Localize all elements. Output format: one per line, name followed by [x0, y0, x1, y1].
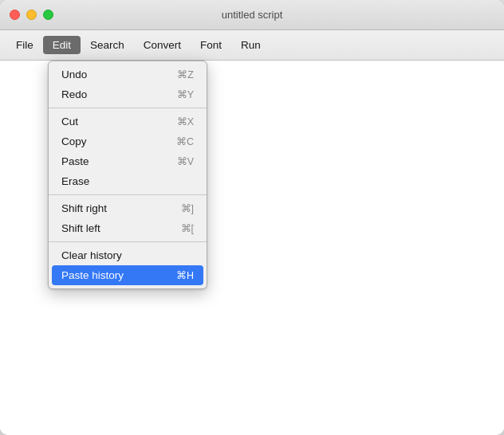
paste-shortcut: ⌘V — [177, 155, 194, 167]
copy-label: Copy — [61, 135, 87, 147]
redo-shortcut: ⌘Y — [177, 88, 194, 100]
close-button[interactable] — [10, 10, 20, 20]
menu-item-undo[interactable]: Undo ⌘Z — [49, 65, 207, 84]
menu-search[interactable]: Search — [81, 36, 134, 54]
titlebar: untitled script — [0, 0, 504, 30]
separator-2 — [49, 194, 207, 195]
cut-shortcut: ⌘X — [177, 116, 194, 127]
dropdown-menu: Undo ⌘Z Redo ⌘Y Cut ⌘X Copy ⌘C Paste — [48, 61, 207, 289]
app-window: untitled script File Edit Search Convert… — [0, 0, 504, 435]
menu-item-shift-right[interactable]: Shift right ⌘] — [49, 198, 207, 218]
menu-edit[interactable]: Edit — [43, 36, 81, 54]
minimize-button[interactable] — [26, 10, 37, 20]
menu-run[interactable]: Run — [231, 36, 270, 54]
redo-label: Redo — [61, 88, 87, 100]
undo-shortcut: ⌘Z — [177, 69, 194, 80]
shift-right-label: Shift right — [61, 202, 107, 214]
traffic-lights — [10, 10, 53, 20]
maximize-button[interactable] — [43, 10, 53, 20]
menu-item-redo[interactable]: Redo ⌘Y — [49, 84, 207, 104]
shift-left-shortcut: ⌘[ — [181, 222, 194, 234]
menu-item-paste[interactable]: Paste ⌘V — [49, 151, 207, 171]
menu-item-paste-history[interactable]: Paste history ⌘H — [52, 265, 203, 285]
paste-label: Paste — [61, 155, 89, 167]
menu-item-erase[interactable]: Erase — [49, 171, 207, 191]
undo-label: Undo — [61, 69, 87, 80]
cut-label: Cut — [61, 116, 78, 127]
paste-history-label: Paste history — [61, 269, 124, 281]
clear-history-label: Clear history — [61, 249, 122, 261]
menu-item-cut[interactable]: Cut ⌘X — [49, 112, 207, 131]
erase-label: Erase — [61, 175, 89, 187]
paste-history-shortcut: ⌘H — [176, 269, 194, 281]
menu-convert[interactable]: Convert — [134, 36, 191, 54]
menu-item-clear-history[interactable]: Clear history — [49, 245, 207, 265]
separator-1 — [49, 108, 207, 108]
menubar: File Edit Search Convert Font Run Undo ⌘… — [0, 30, 504, 61]
copy-shortcut: ⌘C — [176, 135, 194, 147]
separator-3 — [49, 241, 207, 242]
window-title: untitled script — [222, 9, 283, 21]
menu-font[interactable]: Font — [191, 36, 231, 54]
shift-left-label: Shift left — [61, 222, 100, 234]
menu-item-shift-left[interactable]: Shift left ⌘[ — [49, 218, 207, 238]
shift-right-shortcut: ⌘] — [181, 202, 194, 214]
menu-file[interactable]: File — [6, 36, 43, 54]
edit-dropdown: Undo ⌘Z Redo ⌘Y Cut ⌘X Copy ⌘C Paste — [48, 61, 207, 289]
menu-item-copy[interactable]: Copy ⌘C — [49, 131, 207, 151]
